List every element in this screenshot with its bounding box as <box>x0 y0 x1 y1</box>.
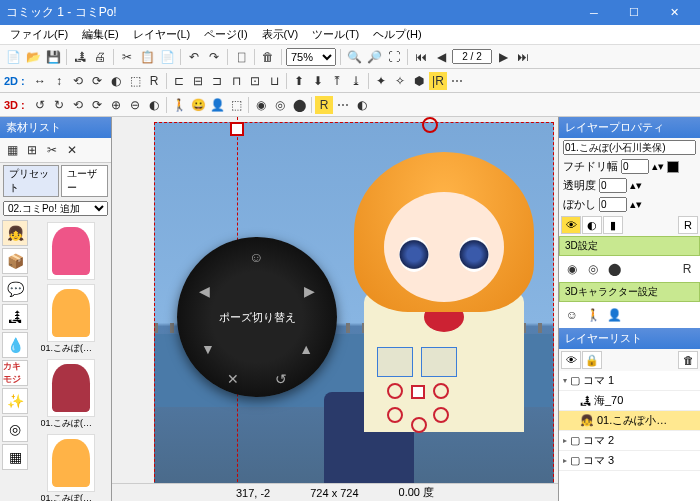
3d-tool-icon[interactable]: ↺ <box>31 96 49 114</box>
category-icon[interactable]: 💧 <box>2 332 28 358</box>
menu-page[interactable]: ページ(I) <box>198 25 253 44</box>
layer-item[interactable]: 🏞海_70 <box>559 391 700 411</box>
2d-align-icon[interactable]: ⊐ <box>208 72 226 90</box>
resize-handle[interactable] <box>230 122 244 136</box>
category-icon[interactable]: 👧 <box>2 220 28 246</box>
copy-icon[interactable]: 📋 <box>138 48 156 66</box>
prop-tab-icon[interactable]: R <box>678 216 698 234</box>
radial-left-icon[interactable]: ◀ <box>199 283 210 299</box>
2d-align-icon[interactable]: ⊡ <box>246 72 264 90</box>
2d-tool-icon[interactable]: ↕ <box>50 72 68 90</box>
open-icon[interactable]: 📂 <box>24 48 42 66</box>
zoomout-icon[interactable]: 🔎 <box>365 48 383 66</box>
asset-tool-icon[interactable]: ⊞ <box>23 141 41 159</box>
save-icon[interactable]: 💾 <box>44 48 62 66</box>
2d-misc-icon[interactable]: |R <box>429 72 447 90</box>
3d-tool-icon[interactable]: ⋯ <box>334 96 352 114</box>
layer-item[interactable]: ▸▢コマ 2 <box>559 431 700 451</box>
last-page-icon[interactable]: ⏭ <box>514 48 532 66</box>
prop-tab-icon[interactable]: ▮ <box>603 216 623 234</box>
prev-page-icon[interactable]: ◀ <box>432 48 450 66</box>
zoomin-icon[interactable]: 🔍 <box>345 48 363 66</box>
3d-tool-icon[interactable]: 👤 <box>208 96 226 114</box>
category-icon[interactable]: カキモジ <box>2 360 28 386</box>
opacity-field[interactable] <box>599 178 627 193</box>
border-field[interactable] <box>621 159 649 174</box>
rotate-handle[interactable] <box>422 117 438 133</box>
3d-tool-icon[interactable]: ◐ <box>353 96 371 114</box>
2d-order-icon[interactable]: ⤓ <box>347 72 365 90</box>
3d-tool-icon[interactable]: ⊕ <box>107 96 125 114</box>
3d-setting-icon[interactable]: R <box>678 260 696 278</box>
3d-tool-icon[interactable]: ⬤ <box>290 96 308 114</box>
radial-up-icon[interactable]: ▲ <box>299 341 313 357</box>
menu-view[interactable]: 表示(V) <box>256 25 305 44</box>
menu-file[interactable]: ファイル(F) <box>4 25 74 44</box>
category-icon[interactable]: ▦ <box>2 444 28 470</box>
snap-icon[interactable]: ⎕ <box>232 48 250 66</box>
2d-tool-icon[interactable]: ⟳ <box>88 72 106 90</box>
menu-edit[interactable]: 編集(E) <box>76 25 125 44</box>
2d-align-icon[interactable]: ⊏ <box>170 72 188 90</box>
2d-tool-icon[interactable]: ⟲ <box>69 72 87 90</box>
2d-order-icon[interactable]: ⤒ <box>328 72 346 90</box>
2d-align-icon[interactable]: ⊓ <box>227 72 245 90</box>
char-setting-icon[interactable]: 🚶 <box>584 306 602 324</box>
3d-tool-icon[interactable]: ◎ <box>271 96 289 114</box>
3d-setting-icon[interactable]: ◎ <box>584 260 602 278</box>
close-button[interactable]: ✕ <box>654 0 694 25</box>
3d-tool-icon[interactable]: 🚶 <box>170 96 188 114</box>
asset-thumb[interactable] <box>32 220 109 282</box>
3d-tool-icon[interactable]: ◐ <box>145 96 163 114</box>
asset-category-select[interactable]: 02.コミPo! 追加 <box>3 201 108 216</box>
3d-tool-icon[interactable]: ⟲ <box>69 96 87 114</box>
radial-smile-icon[interactable]: ☺ <box>249 249 263 265</box>
3d-tool-icon[interactable]: R <box>315 96 333 114</box>
zoom-select[interactable]: 75% <box>286 48 336 66</box>
3d-tool-icon[interactable]: ⬚ <box>227 96 245 114</box>
radial-close-icon[interactable]: ✕ <box>227 371 239 387</box>
2d-misc-icon[interactable]: ⬢ <box>410 72 428 90</box>
layer-item[interactable]: 👧01.こみぽ小… <box>559 411 700 431</box>
export-icon[interactable]: 🏞 <box>71 48 89 66</box>
3d-tool-icon[interactable]: ⟳ <box>88 96 106 114</box>
first-page-icon[interactable]: ⏮ <box>412 48 430 66</box>
layer-item[interactable]: ▾▢コマ 1 <box>559 371 700 391</box>
2d-tool-icon[interactable]: ◐ <box>107 72 125 90</box>
prop-tab-icon[interactable]: ◐ <box>582 216 602 234</box>
canvas-area[interactable]: ポーズ切り替え ☺ ◀ ▶ ▼ ▲ ✕ ↺ <box>112 117 558 501</box>
asset-thumb[interactable]: 01.こみぽ(小… <box>32 432 109 501</box>
3d-setting-icon[interactable]: ◉ <box>563 260 581 278</box>
asset-tool-icon[interactable]: ✂ <box>43 141 61 159</box>
2d-misc-icon[interactable]: ⋯ <box>448 72 466 90</box>
paste-icon[interactable]: 📄 <box>158 48 176 66</box>
asset-tool-icon[interactable]: ▦ <box>3 141 21 159</box>
undo-icon[interactable]: ↶ <box>185 48 203 66</box>
asset-tool-icon[interactable]: ✕ <box>63 141 81 159</box>
prop-tab-icon[interactable]: 👁 <box>561 216 581 234</box>
2d-order-icon[interactable]: ⬇ <box>309 72 327 90</box>
blur-field[interactable] <box>599 197 627 212</box>
3d-tool-icon[interactable]: ⊖ <box>126 96 144 114</box>
2d-align-icon[interactable]: ⊟ <box>189 72 207 90</box>
print-icon[interactable]: 🖨 <box>91 48 109 66</box>
radial-right-icon[interactable]: ▶ <box>304 283 315 299</box>
2d-tool-icon[interactable]: R <box>145 72 163 90</box>
3d-tool-icon[interactable]: 😀 <box>189 96 207 114</box>
fit-icon[interactable]: ⛶ <box>385 48 403 66</box>
selection-gizmo[interactable] <box>377 347 467 427</box>
category-icon[interactable]: ✨ <box>2 388 28 414</box>
category-icon[interactable]: ◎ <box>2 416 28 442</box>
maximize-button[interactable]: ☐ <box>614 0 654 25</box>
layer-tool-icon[interactable]: 👁 <box>561 351 581 369</box>
category-icon[interactable]: 💬 <box>2 276 28 302</box>
asset-thumb[interactable]: 01.こみぽ(小… <box>32 282 109 357</box>
char-setting-icon[interactable]: ☺ <box>563 306 581 324</box>
category-icon[interactable]: 🏞 <box>2 304 28 330</box>
category-icon[interactable]: 📦 <box>2 248 28 274</box>
layer-name-field[interactable] <box>563 140 696 155</box>
layer-tool-icon[interactable]: 🔒 <box>582 351 602 369</box>
redo-icon[interactable]: ↷ <box>205 48 223 66</box>
2d-tool-icon[interactable]: ↔ <box>31 72 49 90</box>
radial-down-icon[interactable]: ▼ <box>201 341 215 357</box>
